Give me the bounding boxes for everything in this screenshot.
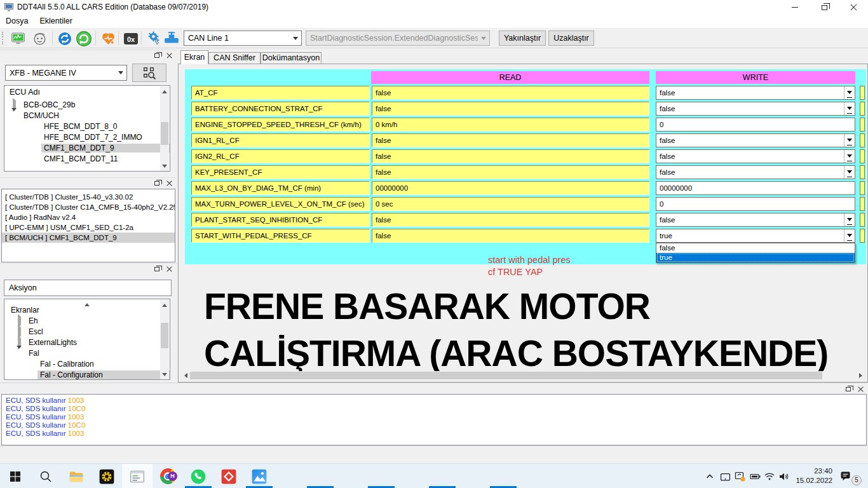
chevron-right-icon[interactable]	[15, 327, 26, 336]
chevron-down-icon[interactable]	[10, 111, 21, 120]
close-panel-icon[interactable]	[166, 180, 172, 186]
taskbar-chrome[interactable]: H	[153, 464, 183, 488]
valve-icon[interactable]	[163, 30, 180, 47]
float-panel-icon[interactable]	[846, 387, 851, 391]
combo-arrow-icon[interactable]	[844, 102, 855, 115]
ecu-tree-item[interactable]: CMF1_BCM_DDT_11	[4, 153, 170, 164]
ecu-list-scrollbar[interactable]	[160, 86, 169, 172]
tab-ekran[interactable]: Ekran	[180, 50, 208, 64]
notification-center-icon[interactable]	[840, 470, 851, 482]
write-input[interactable]: 00000000	[656, 181, 855, 195]
action-tree-item[interactable]: Eh	[4, 315, 170, 326]
refresh-green-icon[interactable]	[75, 30, 93, 47]
hex-mode-icon[interactable]: 0x	[122, 30, 140, 47]
write-combo[interactable]: true	[656, 229, 855, 243]
taskbar-explorer[interactable]	[61, 464, 92, 488]
action-tree-item[interactable]: Fal	[4, 348, 170, 358]
write-combo[interactable]: false	[656, 213, 855, 227]
restore-button[interactable]	[810, 0, 839, 15]
scroll-down-icon[interactable]	[160, 163, 169, 172]
taskbar-photos[interactable]	[244, 464, 275, 488]
scroll-up-icon[interactable]	[160, 300, 169, 308]
loaded-ecu-item[interactable]: [ BCM/UCH ] CMF1_BCM_DDT_9	[2, 233, 175, 243]
health-monitor-icon[interactable]	[99, 30, 117, 47]
tray-expand-chevron[interactable]	[704, 471, 715, 482]
combo-arrow-icon[interactable]	[844, 166, 855, 179]
ecu-search-button[interactable]	[132, 64, 166, 82]
combo-arrow-icon[interactable]	[844, 134, 855, 147]
scrollbar-thumb[interactable]	[161, 323, 168, 348]
scrollbar-thumb[interactable]	[190, 372, 822, 379]
scroll-up-icon[interactable]	[160, 86, 169, 95]
loaded-ecu-item[interactable]: [ UPC-EMM ] USM_CMF1_SED_C1-2a	[2, 222, 175, 233]
loaded-ecu-item[interactable]: [ Audio ] RadNav v2.4	[2, 212, 175, 222]
float-panel-icon[interactable]	[154, 53, 159, 58]
taskbar-whatsapp[interactable]	[183, 464, 214, 488]
write-input[interactable]: 0	[656, 197, 855, 211]
taskbar-anydesk[interactable]	[214, 464, 244, 488]
tablet-mode-icon[interactable]	[719, 471, 731, 482]
can-line-select[interactable]: CAN Line 1	[184, 30, 302, 46]
update-tray-icon[interactable]	[735, 471, 746, 482]
action-tree-item[interactable]: Escl	[4, 326, 170, 337]
ecu-tree-item[interactable]: CMF1_BCM_DDT_9	[4, 142, 170, 153]
menu-eklentiler[interactable]: Eklentiler	[34, 15, 78, 28]
close-panel-icon[interactable]	[166, 266, 172, 272]
tab-can-sniffer[interactable]: CAN Sniffer	[208, 52, 261, 64]
write-combo[interactable]: false	[656, 86, 855, 100]
start-button[interactable]	[0, 464, 31, 488]
chevron-right-icon[interactable]	[15, 316, 26, 325]
battery-icon[interactable]	[750, 471, 761, 482]
volume-icon[interactable]	[778, 471, 789, 482]
combo-arrow-icon[interactable]	[844, 150, 855, 163]
scroll-right-icon[interactable]	[857, 371, 866, 380]
wifi-icon[interactable]	[764, 471, 775, 482]
action-tree-item[interactable]: Fal - Calibration	[4, 358, 170, 369]
write-combo[interactable]: false	[656, 102, 855, 116]
combo-arrow-icon[interactable]	[844, 229, 855, 242]
combo-arrow-icon[interactable]	[844, 214, 855, 226]
scrollbar-thumb[interactable]	[161, 122, 168, 145]
action-tree-scrollbar[interactable]	[160, 300, 169, 380]
refresh-blue-icon[interactable]	[56, 30, 74, 47]
doodle-face-icon[interactable]	[31, 30, 48, 47]
taskbar-active-app[interactable]	[122, 464, 153, 488]
horizontal-scrollbar[interactable]	[180, 371, 866, 380]
chevron-down-icon[interactable]	[15, 349, 26, 358]
search-button[interactable]	[31, 464, 61, 488]
ecu-tree-item[interactable]: HFE_BCM_DDT_7_2_IMMO	[4, 132, 170, 142]
taskbar-ddt4all[interactable]	[92, 464, 122, 488]
write-combo[interactable]: false	[656, 133, 855, 147]
write-combo[interactable]: false	[656, 165, 855, 179]
action-tree-item[interactable]: ExternalLights	[4, 337, 170, 348]
zoom-out-button[interactable]: Uzaklaştır	[548, 30, 594, 46]
tree-scroll-up[interactable]	[4, 299, 170, 304]
loaded-ecu-item[interactable]: [ Cluster/TDB ] Cluster_15-40_v3.30.02	[2, 192, 175, 202]
close-panel-icon[interactable]	[166, 53, 172, 58]
ecu-tree-item[interactable]: HFE_BCM_DDT_8_0	[4, 121, 170, 132]
vehicle-select[interactable]: XFB - MEGANE IV	[5, 65, 127, 81]
minimize-button[interactable]	[780, 0, 810, 15]
close-button[interactable]	[839, 0, 868, 15]
tab-dokumantasyon[interactable]: Dokümantasyon	[261, 52, 322, 64]
toolbar-drag-handle[interactable]	[2, 32, 4, 44]
menu-dosya[interactable]: Dosya	[0, 15, 34, 28]
loaded-ecu-item[interactable]: [ Cluster/TDB ] Cluster C1A_CMFB_15-40ph…	[2, 202, 175, 212]
write-input[interactable]: 0	[656, 118, 855, 132]
dropdown-option[interactable]: false	[656, 243, 855, 253]
close-panel-icon[interactable]	[858, 386, 864, 392]
action-tree-item[interactable]: Fal - Configuration	[4, 369, 170, 380]
combo-arrow-icon[interactable]	[844, 86, 855, 99]
write-combo[interactable]: false	[656, 149, 855, 163]
plugin-gear-icon[interactable]	[145, 30, 163, 47]
screen-mode-icon[interactable]	[9, 30, 27, 47]
zoom-in-button[interactable]: Yakınlaştır	[499, 30, 546, 46]
taskbar-clock[interactable]: 23:40 15.02.2022	[789, 466, 832, 485]
ecu-tree-item[interactable]: BCM/UCH	[4, 110, 170, 121]
ecu-tree-item[interactable]: BCB-OBC_29b	[4, 99, 170, 110]
float-panel-icon[interactable]	[154, 267, 159, 271]
float-panel-icon[interactable]	[154, 181, 159, 186]
dropdown-option[interactable]: true	[656, 253, 855, 262]
scroll-down-icon[interactable]	[160, 372, 169, 380]
scroll-left-icon[interactable]	[180, 371, 189, 380]
